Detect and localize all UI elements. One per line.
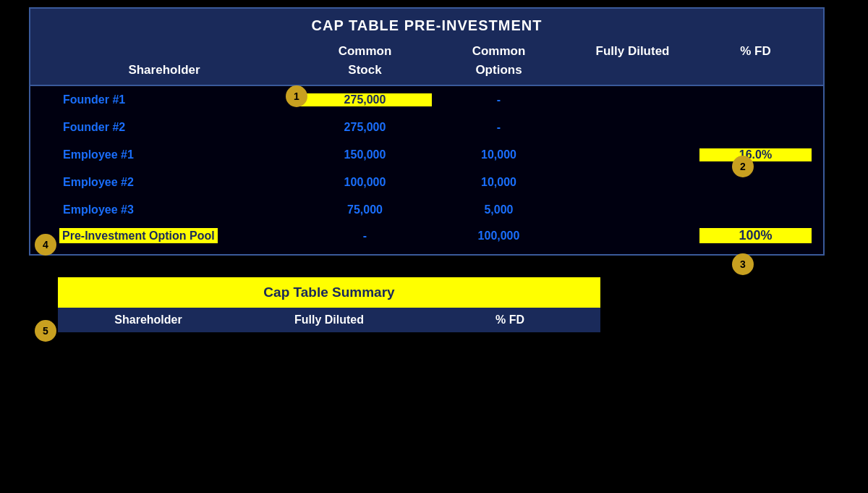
table-row: Founder #1 275,000 - xyxy=(30,86,823,114)
common-stock-cell: 150,000 xyxy=(298,148,432,161)
shareholder-cell: Employee #1 xyxy=(30,148,298,161)
summary-table: Cap Table Summary Shareholder Fully Dilu… xyxy=(58,277,600,332)
shareholder-cell: Employee #2 xyxy=(30,176,298,189)
table-row: Employee #3 75,000 5,000 xyxy=(30,196,823,224)
option-pool-label: Pre-Investment Option Pool xyxy=(59,228,218,243)
badge-1: 1 xyxy=(286,85,307,107)
badge-3: 3 xyxy=(732,253,754,275)
pfd-cell: 16.0% xyxy=(699,148,812,161)
badge-5: 5 xyxy=(35,320,56,342)
common-options-cell: - xyxy=(432,93,566,106)
header-bottom-row: Shareholder Stock Options xyxy=(30,60,823,86)
table-row: Employee #2 100,000 10,000 xyxy=(30,169,823,196)
badge-4: 4 xyxy=(35,234,56,256)
common-options-cell: 5,000 xyxy=(432,203,566,216)
shareholder-cell: Employee #3 xyxy=(30,203,298,216)
badge-2: 2 xyxy=(732,156,754,177)
table-row: Founder #2 275,000 - xyxy=(30,114,823,141)
header-top-row: Common Common Fully Diluted % FD xyxy=(30,40,823,60)
data-rows: Founder #1 275,000 - Founder #2 275,000 xyxy=(30,86,823,254)
common-options-cell: 100,000 xyxy=(432,229,566,243)
common-stock-cell: 275,000 xyxy=(298,121,432,134)
shareholder-cell: Founder #2 xyxy=(30,121,298,134)
common-stock-cell: 75,000 xyxy=(298,203,432,216)
common-options-cell: - xyxy=(432,121,566,134)
common-stock-header-top: Common xyxy=(298,43,432,60)
total-pfd-cell: 100% xyxy=(699,228,812,243)
common-options-header-bottom: Options xyxy=(432,62,566,79)
shareholder-cell: Pre-Investment Option Pool xyxy=(30,229,298,243)
pfd-header-top: % FD xyxy=(699,43,812,60)
table-row: Employee #1 150,000 10,000 16.0% xyxy=(30,141,823,169)
table-row: Pre-Investment Option Pool - 100,000 100… xyxy=(30,224,823,254)
common-stock-cell: 100,000 xyxy=(298,176,432,189)
summary-fd-header: Fully Diluted xyxy=(239,308,420,332)
common-stock-header-bottom: Stock xyxy=(298,62,432,79)
common-options-header-top: Common xyxy=(432,43,566,60)
common-options-cell: 10,000 xyxy=(432,176,566,189)
common-stock-cell: - xyxy=(298,229,432,243)
summary-title: Cap Table Summary xyxy=(58,277,600,308)
summary-header: Shareholder Fully Diluted % FD xyxy=(58,308,600,332)
shareholder-cell: Founder #1 xyxy=(30,93,298,106)
cap-table-title: CAP TABLE PRE-INVESTMENT xyxy=(30,9,823,40)
common-stock-cell: 275,000 xyxy=(298,93,432,106)
common-options-cell: 10,000 xyxy=(432,148,566,161)
shareholder-header: Shareholder xyxy=(30,62,298,79)
summary-shareholder-header: Shareholder xyxy=(58,308,239,332)
summary-pfd-header: % FD xyxy=(420,308,600,332)
cap-table: CAP TABLE PRE-INVESTMENT Common Common F… xyxy=(29,7,825,256)
fully-diluted-header-top: Fully Diluted xyxy=(566,43,699,60)
